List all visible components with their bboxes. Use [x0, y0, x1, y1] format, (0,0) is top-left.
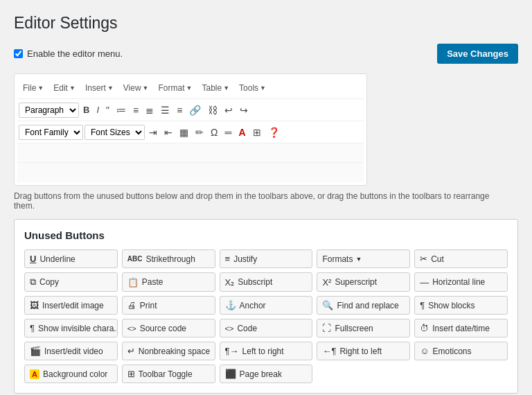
- unused-source-code[interactable]: <> Source code: [122, 319, 215, 337]
- underline-label: Underline: [39, 254, 75, 264]
- subscript-label: Subscript: [238, 277, 272, 287]
- align-center-button[interactable]: ☰: [158, 103, 172, 117]
- unused-insert-image[interactable]: 🖼 Insert/edit image: [24, 296, 118, 315]
- blockquote-button[interactable]: ": [103, 103, 112, 117]
- unused-strikethrough[interactable]: ABC Strikethrough: [122, 249, 215, 268]
- unused-show-blocks[interactable]: ¶ Show blocks: [414, 296, 508, 315]
- formats-chevron-icon: ▼: [355, 256, 362, 263]
- outdent-button[interactable]: ⇤: [161, 125, 175, 139]
- unused-subscript[interactable]: X₂ Subscript: [220, 272, 313, 292]
- help-button[interactable]: ❓: [265, 125, 283, 139]
- toolbar-row-3: Font Family Font Sizes ⇥ ⇤ ▦ ✏ Ω ═ A ⊞ ❓: [17, 121, 364, 143]
- save-changes-button[interactable]: Save Changes: [437, 44, 518, 64]
- drag-hint: Drag buttons from the unused buttons bel…: [14, 191, 499, 211]
- cut-icon: ✂: [420, 254, 427, 264]
- superscript-icon: X²: [322, 277, 331, 288]
- format-menu[interactable]: Format ▼: [154, 81, 197, 95]
- unused-formats[interactable]: Formats ▼: [317, 249, 410, 268]
- edit-menu[interactable]: Edit ▼: [49, 81, 80, 95]
- redo-button[interactable]: ↪: [237, 103, 251, 117]
- copy-label: Copy: [39, 277, 59, 287]
- link-button[interactable]: 🔗: [186, 103, 204, 117]
- toolbar-toggle-icon: ⊞: [127, 369, 135, 379]
- unused-left-to-right[interactable]: ¶→ Left to right: [220, 342, 313, 360]
- font-color-button[interactable]: A: [236, 125, 248, 139]
- view-menu[interactable]: View ▼: [119, 81, 153, 95]
- unused-horizontal-line[interactable]: — Horizontal line: [414, 272, 508, 292]
- bullet-list-button[interactable]: ≔: [114, 103, 129, 117]
- unused-page-break[interactable]: ⬛ Page break: [220, 365, 313, 383]
- print-label: Print: [140, 301, 157, 310]
- paste-icon: 📋: [127, 277, 139, 288]
- toolbar-container: File ▼ Edit ▼ Insert ▼ View ▼ Format ▼ T…: [14, 73, 367, 186]
- bg-color-icon: A: [30, 369, 39, 379]
- unused-nonbreaking[interactable]: ↵ Nonbreaking space: [122, 342, 215, 360]
- italic-button[interactable]: I: [94, 103, 102, 116]
- tools-menu[interactable]: Tools ▼: [235, 81, 270, 95]
- toolbar-row-4: [17, 143, 364, 163]
- table-button[interactable]: ▦: [177, 125, 191, 139]
- print-icon: 🖨: [127, 300, 136, 310]
- table2-button[interactable]: ⊞: [250, 125, 264, 139]
- find-replace-label: Find and replace: [337, 301, 398, 310]
- enable-editor-label[interactable]: Enable the editor menu.: [14, 49, 123, 59]
- emoticons-label: Emoticons: [432, 346, 471, 356]
- unused-fullscreen[interactable]: ⛶ Fullscreen: [317, 319, 410, 337]
- font-family-select[interactable]: Font Family: [19, 125, 83, 140]
- insert-video-icon: 🎬: [30, 346, 41, 356]
- source-code-icon: <>: [127, 324, 136, 333]
- hr-button[interactable]: ═: [222, 125, 234, 139]
- unused-bg-color[interactable]: A Background color: [24, 365, 118, 383]
- insert-date-icon: ⏱: [420, 323, 429, 333]
- paste-label: Paste: [142, 277, 163, 287]
- unused-code[interactable]: <> Code: [220, 319, 313, 337]
- unused-emoticons[interactable]: ☺ Emoticons: [414, 342, 508, 360]
- horizontal-line-label: Horizontal line: [432, 277, 485, 287]
- page-break-icon: ⬛: [225, 369, 236, 379]
- unused-underline[interactable]: U Underline: [24, 249, 118, 268]
- code-label: Code: [237, 324, 257, 333]
- right-to-left-icon: ←¶: [322, 346, 336, 356]
- insert-date-label: Insert date/time: [432, 324, 490, 333]
- unused-print[interactable]: 🖨 Print: [122, 296, 215, 315]
- unused-justify[interactable]: ≡ Justify: [220, 249, 313, 268]
- unused-right-to-left[interactable]: ←¶ Right to left: [317, 342, 410, 360]
- insert-menu[interactable]: Insert ▼: [81, 81, 118, 95]
- show-blocks-icon: ¶: [420, 300, 425, 310]
- undo-button[interactable]: ↩: [222, 103, 236, 117]
- bold-button[interactable]: B: [80, 103, 92, 116]
- unlink-button[interactable]: ⛓: [205, 103, 220, 117]
- underline-icon: U: [30, 254, 36, 264]
- indent-button[interactable]: ⇥: [146, 125, 160, 139]
- show-blocks-label: Show blocks: [428, 301, 475, 310]
- font-size-select[interactable]: Font Sizes: [85, 125, 145, 140]
- unused-paste[interactable]: 📋 Paste: [122, 272, 215, 292]
- unused-insert-date[interactable]: ⏱ Insert date/time: [414, 319, 508, 337]
- show-invisible-label: Show invisible chara...: [38, 324, 118, 333]
- justify-label: Justify: [233, 254, 257, 264]
- unused-cut[interactable]: ✂ Cut: [414, 249, 508, 268]
- toolbar-menu-row: File ▼ Edit ▼ Insert ▼ View ▼ Format ▼ T…: [17, 77, 364, 99]
- align-left-button[interactable]: ≣: [143, 103, 157, 117]
- insert-video-label: Insert/edit video: [44, 346, 103, 356]
- paragraph-select[interactable]: Paragraph: [19, 103, 79, 118]
- superscript-label: Superscript: [335, 277, 377, 287]
- insert-image-label: Insert/edit image: [42, 301, 104, 310]
- number-list-button[interactable]: ≡: [130, 103, 141, 117]
- unused-insert-video[interactable]: 🎬 Insert/edit video: [24, 342, 118, 360]
- unused-show-invisible[interactable]: ¶ Show invisible chara...: [24, 319, 118, 337]
- toolbar-toggle-label: Toolbar Toggle: [139, 369, 193, 379]
- unused-toolbar-toggle[interactable]: ⊞ Toolbar Toggle: [122, 365, 215, 383]
- unused-anchor[interactable]: ⚓ Anchor: [220, 296, 313, 315]
- unused-find-replace[interactable]: 🔍 Find and replace: [317, 296, 410, 315]
- enable-editor-checkbox[interactable]: [14, 49, 23, 58]
- align-right-button[interactable]: ≡: [174, 103, 185, 117]
- pencil-button[interactable]: ✏: [193, 125, 206, 139]
- table-menu[interactable]: Table ▼: [197, 81, 233, 95]
- unused-copy[interactable]: ⧉ Copy: [24, 272, 118, 292]
- cut-label: Cut: [431, 254, 444, 264]
- unused-superscript[interactable]: X² Superscript: [317, 272, 410, 292]
- horizontal-line-icon: —: [420, 277, 429, 288]
- omega-button[interactable]: Ω: [208, 125, 220, 139]
- file-menu[interactable]: File ▼: [19, 81, 48, 95]
